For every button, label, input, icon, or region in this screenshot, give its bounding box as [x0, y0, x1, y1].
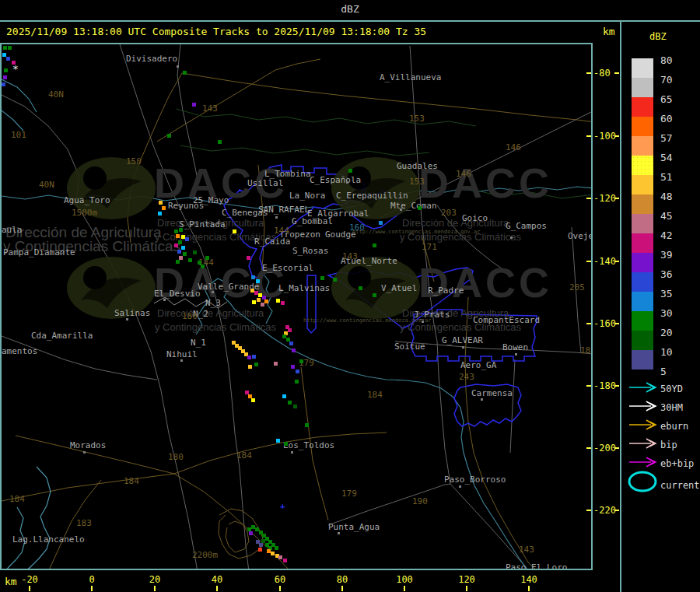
town-dot-marker — [83, 451, 86, 454]
route-number-label: 184 — [124, 477, 139, 485]
radar-echo-cell — [276, 439, 280, 443]
route-number-label: 146 — [456, 170, 471, 178]
radar-echo-cell — [288, 401, 292, 405]
right-axis-tick — [614, 447, 619, 449]
dbz-color-band — [632, 331, 653, 350]
radar-echo-cell — [292, 349, 296, 352]
dbz-value-label: 51 — [660, 172, 673, 182]
town-dot-marker — [462, 346, 464, 349]
route-number-label: 143 — [519, 545, 534, 554]
town-dot-marker — [510, 236, 513, 239]
dbz-value-label: 42 — [660, 230, 673, 240]
dbz-value-label: 45 — [660, 211, 673, 221]
bottom-axis-label: 20 — [141, 575, 169, 584]
radar-echo-cell — [2, 82, 5, 86]
radar-echo-cell — [284, 442, 288, 446]
radar-echo-cell — [177, 250, 181, 254]
radar-echo-cell — [251, 275, 255, 279]
bottom-axis-label: -20 — [16, 575, 44, 584]
right-axis-tick — [586, 385, 591, 387]
place-label: Morados — [70, 441, 106, 450]
bottom-axis-label: 140 — [515, 575, 543, 584]
place-label: Punta_Agua — [328, 523, 380, 531]
track-type-label: current — [660, 481, 700, 490]
right-axis-label: -80 — [593, 68, 611, 78]
dbz-color-band — [632, 136, 653, 156]
page-title: dBZ — [0, 0, 700, 19]
radar-echo-cell — [233, 229, 236, 233]
place-label: L_Malvinas — [278, 284, 330, 292]
radar-echo-cell — [183, 71, 187, 75]
right-axis-label: -140 — [593, 257, 616, 266]
radar-echo-cell — [193, 250, 197, 254]
watermark-url: http://www.contingencias.mendoza.gov.ar — [352, 229, 480, 235]
track-type-label: 50YD — [660, 384, 683, 394]
radar-echo-cell — [205, 256, 209, 260]
place-label: Oveje — [568, 232, 593, 240]
route-number-label: 184 — [9, 495, 25, 503]
radar-echo-cell — [259, 543, 263, 547]
radar-echo-cell — [274, 362, 278, 366]
bottom-axis-label: 0 — [78, 575, 106, 584]
bottom-axis-tick — [528, 586, 530, 591]
radar-echo-cell — [178, 240, 182, 244]
dbz-color-band — [632, 311, 653, 331]
place-label: Bowen — [502, 343, 528, 352]
route-number-label: 180 — [168, 453, 184, 461]
radar-echo-cell — [181, 246, 185, 250]
route-number-label: 1500m — [72, 208, 97, 217]
route-number-label: 153 — [409, 114, 425, 123]
dbz-value-label: 48 — [660, 191, 673, 201]
place-label: V_Atuel — [381, 284, 417, 292]
dacc-watermark-text: DACC — [418, 261, 552, 303]
town-dot-marker — [177, 65, 179, 68]
radar-echo-cell — [373, 293, 376, 297]
place-label: La_Nora — [289, 191, 325, 200]
route-number-label: 2200m — [192, 551, 218, 559]
radar-app-screen: dBZ 2025/11/09 13:18:00 UTC Composite Tr… — [0, 0, 700, 592]
watermark-line1: Dirección de Agricultura — [157, 307, 264, 319]
right-axis-tick — [586, 198, 591, 199]
bottom-axis-tick — [279, 586, 281, 591]
right-axis-tick — [614, 72, 619, 74]
right-axis-tick — [614, 323, 619, 324]
town-dot-marker — [422, 321, 424, 323]
dacc-watermark-text: DACC — [418, 162, 552, 204]
town-dot-marker — [346, 181, 348, 184]
place-label: Lag.Llancanelo — [12, 535, 85, 544]
dbz-color-band — [632, 214, 653, 233]
place-label: Pampa_Diamante — [3, 248, 75, 257]
dbz-color-band — [632, 292, 653, 311]
radar-echo-cell — [283, 559, 287, 562]
dbz-value-label: 39 — [660, 250, 673, 260]
right-axis-tick — [586, 135, 591, 137]
place-label: L_Tombina — [264, 170, 311, 178]
route-number-label: 184 — [367, 391, 383, 399]
radar-echo-cell — [275, 546, 278, 550]
place-label: G_bombal — [292, 217, 333, 226]
radar-echo-cell — [183, 252, 187, 256]
dbz-legend-panel: dBZ 807065605754514845423936353020105 50… — [620, 20, 700, 592]
right-axis-tick — [586, 510, 591, 511]
radar-echo-cell — [379, 221, 383, 225]
bottom-axis-tick — [404, 586, 405, 591]
route-number-label: 184 — [236, 451, 252, 460]
radar-echo-cell — [254, 363, 258, 366]
place-label: Usillal — [247, 179, 283, 187]
right-axis-label: -180 — [593, 381, 616, 391]
place-label: G_ALVEAR — [442, 336, 483, 345]
watermark-url: http://www.contingencias.mendoza.gov.ar — [303, 317, 431, 324]
radar-echo-cell — [271, 552, 275, 555]
radar-echo-cell — [192, 103, 196, 107]
route-number-label: 203 — [441, 208, 457, 217]
place-label: Guadales — [397, 162, 438, 170]
radar-echo-cell — [159, 201, 163, 205]
bottom-axis-tick — [29, 586, 30, 591]
radar-echo-cell — [359, 286, 362, 290]
town-dot-marker — [275, 216, 278, 219]
place-label: SAN_RAFAEL — [258, 205, 310, 214]
bottom-axis-label: 40 — [203, 575, 231, 584]
town-dot-marker — [126, 318, 128, 321]
dbz-color-band — [632, 175, 653, 194]
radar-echo-cell — [176, 234, 180, 238]
